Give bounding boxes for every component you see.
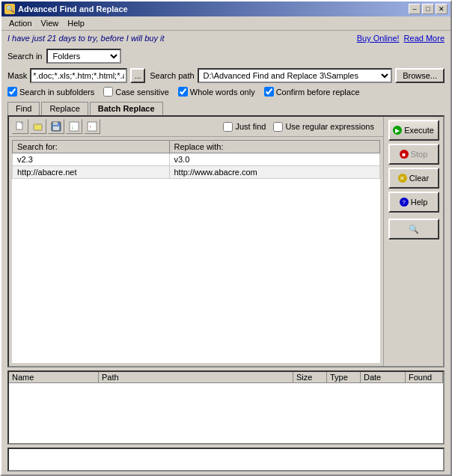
use-regex-option[interactable]: Use regular expressions [273,122,374,132]
col-path-header: Path [99,372,293,382]
read-more-link[interactable]: Read More [404,34,445,43]
case-sensitive-option[interactable]: Case sensitive [103,87,169,97]
mask-browse-button[interactable]: ... [130,68,145,83]
search-subfolders-checkbox[interactable] [7,87,17,97]
svg-rect-5 [53,122,58,125]
col-header-search: Search for: [13,141,170,153]
search-in-label: Search in [7,52,42,61]
help-label: Help [411,198,428,207]
close-button[interactable]: ✕ [436,4,448,14]
menu-action[interactable]: Action [4,18,37,28]
tab-replace[interactable]: Replace [41,102,88,115]
just-find-option[interactable]: Just find [223,122,266,132]
zoom-button[interactable]: 🔍 [388,219,439,239]
whole-words-label: Whole words only [190,88,255,97]
mask-label: Mask [7,71,27,80]
batch-content: ↓ ↑ Just find Use regular expressions [9,117,383,366]
menu-help[interactable]: Help [63,18,89,28]
results-header: Name Path Size Type Date Found [9,372,443,383]
execute-icon: ▶ [393,126,402,135]
maximize-button[interactable]: □ [422,4,434,14]
batch-replace-table: Search for: Replace with: v2.3 v3.0 http… [12,140,380,179]
replace-value-2: http://www.abacre.com [169,166,380,179]
svg-rect-6 [53,126,59,130]
search-in-row: Search in Folders Files Current file [1,46,451,67]
col-date-header: Date [361,372,406,382]
table-row[interactable]: http://abacre.net http://www.abacre.com [13,166,380,179]
browse-button[interactable]: Browse... [395,68,445,83]
tabs-container: Find Replace Batch Replace [1,99,451,115]
search-subfolders-label: Search in subfolders [19,88,94,97]
col-type-header: Type [327,372,361,382]
toolbar-new-button[interactable] [12,119,28,134]
tab-batch-replace[interactable]: Batch Replace [90,102,163,115]
toolbar-import-button[interactable]: ↓ [66,119,82,134]
use-regex-label: Use regular expressions [285,122,374,131]
export-icon: ↑ [87,121,97,132]
execute-label: Execute [404,126,434,135]
zoom-icon: 🔍 [409,225,419,234]
main-window: 🔍 Advanced Find and Replace – □ ✕ Action… [0,0,452,476]
action-panel: ▶ Execute ■ Stop ✕ Clear ? Help 🔍 [383,117,443,366]
open-icon [33,121,43,132]
promo-links: Buy Online! Read More [357,34,445,43]
menu-view[interactable]: View [37,18,64,28]
clear-button[interactable]: ✕ Clear [388,168,439,189]
toolbar-export-button[interactable]: ↑ [84,119,100,134]
confirm-replace-option[interactable]: Confirm before replace [264,87,360,97]
minimize-button[interactable]: – [409,4,421,14]
confirm-replace-checkbox[interactable] [264,87,274,97]
toolbar-open-button[interactable] [30,119,46,134]
col-found-header: Found [406,372,443,382]
results-section: Name Path Size Type Date Found [7,370,445,445]
whole-words-option[interactable]: Whole words only [178,87,255,97]
case-sensitive-checkbox[interactable] [103,87,113,97]
svg-rect-3 [34,123,37,125]
search-path-label: Search path [150,71,194,80]
results-body [9,383,443,443]
search-in-select[interactable]: Folders Files Current file [46,49,121,64]
search-path-select[interactable]: D:\Advanced Find and Replace 3\Samples [198,68,393,83]
toolbar-save-button[interactable] [48,119,64,134]
execute-button[interactable]: ▶ Execute [388,120,439,141]
search-value-2: http://abacre.net [13,166,170,179]
just-find-checkbox[interactable] [223,122,233,132]
help-button[interactable]: ? Help [388,192,439,213]
just-find-label: Just find [235,122,266,131]
title-bar-left: 🔍 Advanced Find and Replace [4,4,128,14]
batch-table: Search for: Replace with: v2.3 v3.0 http… [12,140,380,363]
mask-input[interactable] [30,68,127,83]
svg-text:↑: ↑ [89,124,92,129]
use-regex-checkbox[interactable] [273,122,283,132]
replace-value-1: v3.0 [169,153,380,166]
new-icon [15,121,25,132]
save-icon [51,121,61,132]
path-section: Search path D:\Advanced Find and Replace… [150,68,445,83]
tab-find[interactable]: Find [7,102,40,115]
options-row: Search in subfolders Case sensitive Whol… [1,85,451,99]
search-subfolders-option[interactable]: Search in subfolders [7,87,94,97]
batch-toolbar: ↓ ↑ Just find Use regular expressions [9,117,383,137]
clear-label: Clear [409,174,429,183]
promo-bar: I have just 21 days to try, before I wil… [1,31,451,46]
confirm-replace-label: Confirm before replace [276,88,360,97]
buy-online-link[interactable]: Buy Online! [357,34,400,43]
svg-text:↓: ↓ [71,124,74,129]
col-name-header: Name [9,372,99,382]
status-bar [7,448,445,472]
stop-button[interactable]: ■ Stop [388,144,439,165]
mask-section: Mask ... [7,68,145,83]
app-icon: 🔍 [4,4,15,14]
whole-words-checkbox[interactable] [178,87,188,97]
case-sensitive-label: Case sensitive [115,88,169,97]
stop-label: Stop [411,150,428,159]
table-row[interactable]: v2.3 v3.0 [13,153,380,166]
help-icon: ? [400,198,409,207]
window-title: Advanced Find and Replace [18,4,128,13]
stop-icon: ■ [400,150,409,159]
import-icon: ↓ [69,121,79,132]
col-header-replace: Replace with: [169,141,380,153]
menu-bar: Action View Help [1,16,451,31]
clear-icon: ✕ [398,174,407,183]
promo-text: I have just 21 days to try, before I wil… [7,34,165,43]
